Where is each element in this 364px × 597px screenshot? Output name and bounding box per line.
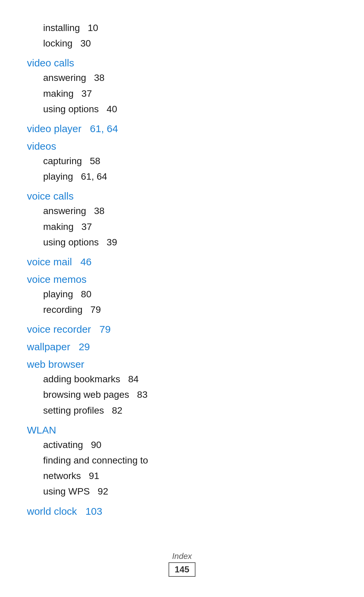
- heading-world-clock-page: 103: [85, 506, 102, 517]
- subentry-wlan-activating: activating 90: [27, 437, 337, 453]
- heading-videos: videos: [27, 141, 337, 152]
- subentry-video-calls-answering: answering 38: [27, 70, 337, 86]
- section-voice-mail: voice mail 46: [27, 256, 337, 268]
- heading-world-clock: world clock 103: [27, 506, 337, 517]
- subentry-installing: installing 10: [27, 20, 337, 36]
- subentry-video-calls-making: making 37: [27, 86, 337, 101]
- subentry-videos-playing: playing 61, 64: [27, 169, 337, 184]
- section-installing-locking: installing 10 locking 30: [27, 20, 337, 51]
- subentry-voice-memos-playing: playing 80: [27, 287, 337, 302]
- heading-wallpaper-text: wallpaper: [27, 341, 70, 352]
- heading-video-player: video player 61, 64: [27, 123, 337, 135]
- heading-wallpaper: wallpaper 29: [27, 341, 337, 353]
- subentry-locking: locking 30: [27, 36, 337, 51]
- heading-voice-memos: voice memos: [27, 274, 337, 285]
- page-footer: Index 145: [0, 551, 364, 577]
- subentry-wlan-wps: using WPS 92: [27, 484, 337, 499]
- subentry-voice-calls-options: using options 39: [27, 235, 337, 250]
- heading-voice-recorder-text: voice recorder: [27, 324, 91, 335]
- heading-voice-recorder-page: 79: [99, 324, 111, 335]
- subentry-videos-capturing: capturing 58: [27, 153, 337, 169]
- subentry-web-browser-bookmarks: adding bookmarks 84: [27, 371, 337, 387]
- section-voice-memos: voice memos playing 80 recording 79: [27, 274, 337, 318]
- section-voice-calls: voice calls answering 38 making 37 using…: [27, 190, 337, 250]
- subentry-web-browser-profiles: setting profiles 82: [27, 403, 337, 418]
- subentry-voice-calls-making: making 37: [27, 219, 337, 235]
- section-web-browser: web browser adding bookmarks 84 browsing…: [27, 359, 337, 418]
- section-wlan: WLAN activating 90 finding and connectin…: [27, 424, 337, 500]
- heading-voice-mail: voice mail 46: [27, 256, 337, 268]
- section-videos: videos capturing 58 playing 61, 64: [27, 141, 337, 184]
- heading-world-clock-text: world clock: [27, 506, 77, 517]
- section-voice-recorder: voice recorder 79: [27, 324, 337, 335]
- section-video-player: video player 61, 64: [27, 123, 337, 135]
- footer-page-number: 145: [169, 562, 195, 577]
- heading-wlan: WLAN: [27, 424, 337, 436]
- heading-video-player-text: video player: [27, 123, 82, 134]
- footer-label: Index: [0, 551, 364, 561]
- heading-video-player-page: 61, 64: [90, 123, 118, 134]
- heading-wallpaper-page: 29: [79, 341, 90, 352]
- subentry-voice-memos-recording: recording 79: [27, 302, 337, 318]
- subentry-video-calls-options: using options 40: [27, 101, 337, 117]
- section-world-clock: world clock 103: [27, 506, 337, 517]
- page-content: installing 10 locking 30 video calls ans…: [0, 0, 364, 560]
- subentry-web-browser-browsing: browsing web pages 83: [27, 387, 337, 402]
- heading-voice-calls: voice calls: [27, 190, 337, 202]
- section-wallpaper: wallpaper 29: [27, 341, 337, 353]
- heading-voice-mail-page: 46: [80, 256, 91, 267]
- subentry-wlan-finding: finding and connecting tonetworks 91: [27, 453, 337, 484]
- heading-voice-recorder: voice recorder 79: [27, 324, 337, 335]
- subentry-voice-calls-answering: answering 38: [27, 203, 337, 219]
- heading-video-calls: video calls: [27, 57, 337, 69]
- heading-web-browser: web browser: [27, 359, 337, 370]
- section-video-calls: video calls answering 38 making 37 using…: [27, 57, 337, 117]
- heading-voice-mail-text: voice mail: [27, 256, 72, 267]
